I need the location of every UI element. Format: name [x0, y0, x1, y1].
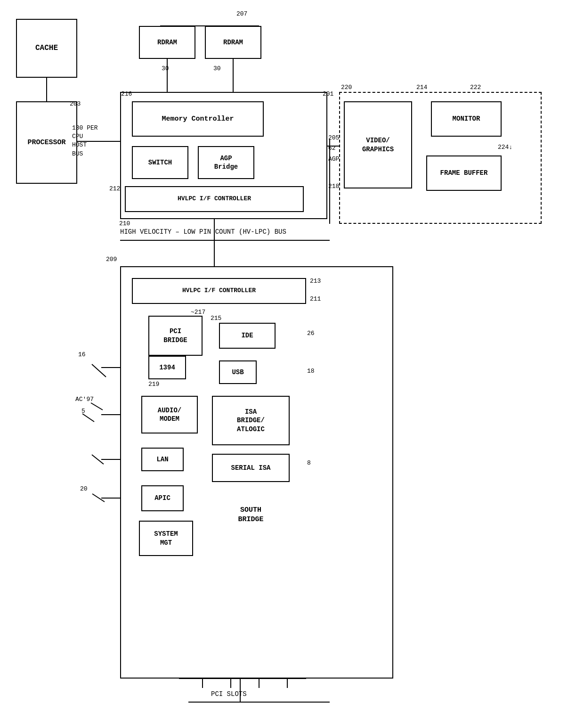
ref-213: 213 [310, 278, 321, 285]
diagram: CACHE RDRAM RDRAM PROCESSOR Memory Contr… [0, 0, 584, 728]
ref-218: 218 [328, 183, 339, 190]
switch-box: SWITCH [132, 146, 188, 179]
ref-220: 220 [341, 84, 352, 91]
hvlpc-north-label: HVLPC I/F CONTROLLER [178, 195, 251, 203]
ref-205: 205 [328, 134, 339, 141]
ref-5: 5 [81, 408, 85, 415]
ref-214: 214 [416, 84, 427, 91]
ref-215: 215 [211, 315, 221, 322]
ref-212: 212 [109, 185, 120, 192]
ref-209: 209 [106, 256, 117, 263]
sys-mgt-box: SYSTEM MGT [139, 521, 193, 556]
ref-18: 18 [307, 368, 315, 375]
rdram1-box: RDRAM [139, 26, 195, 59]
monitor-box: MONITOR [431, 101, 502, 137]
apic-label: APIC [154, 494, 170, 502]
svg-line-29 [92, 494, 105, 502]
south-bridge-label-box: SOUTH BRIDGE [212, 497, 290, 532]
ref-201: 201 [323, 90, 333, 98]
ref-30b: 30 [213, 65, 221, 72]
ref-130: 130 PER CPU HOST BUS [72, 124, 98, 158]
svg-line-26 [92, 455, 104, 464]
isa-bridge-label: ISA BRIDGE/ ATLOGIC [237, 408, 265, 434]
cache-box: CACHE [16, 19, 77, 78]
ide-label: IDE [241, 331, 253, 340]
ref-224: 224↓ [498, 144, 512, 151]
rdram2-box: RDRAM [205, 26, 261, 59]
isa-bridge-box: ISA BRIDGE/ ATLOGIC [212, 396, 290, 445]
ref-217: ~217 [191, 309, 205, 316]
audio-modem-label: AUDIO/ MODEM [158, 406, 181, 423]
ref-211: 211 [310, 295, 321, 303]
processor-label: PROCESSOR [27, 138, 65, 147]
ref-62: 62 [328, 145, 336, 152]
ref-agp: AGP [328, 155, 339, 163]
ref-203: 203 [70, 100, 81, 107]
video-label: VIDEO/ GRAPHICS [362, 136, 394, 153]
ref-20: 20 [80, 485, 88, 492]
lan-box: LAN [141, 448, 184, 471]
memctrl-label: Memory Controller [162, 115, 234, 124]
ref-216: 216 [121, 90, 132, 98]
pci-slots-label: PCI SLOTS [211, 690, 247, 698]
sys-mgt-label: SYSTEM MGT [154, 530, 178, 547]
chip1394-box: 1394 [148, 356, 186, 379]
lan-label: LAN [156, 455, 168, 464]
framebuffer-box: FRAME BUFFER [426, 155, 502, 191]
memctrl-box: Memory Controller [132, 101, 264, 137]
agpbridge-box: AGP Bridge [198, 146, 254, 179]
ref-26: 26 [307, 330, 315, 337]
usb-label: USB [232, 368, 243, 376]
chip1394-label: 1394 [159, 363, 175, 372]
hvlpc-north-box: HVLPC I/F CONTROLLER [125, 186, 304, 212]
usb-box: USB [219, 360, 257, 384]
framebuffer-label: FRAME BUFFER [440, 169, 488, 177]
ref-8: 8 [307, 459, 311, 466]
hvlpc-south-box: HVLPC I/F CONTROLLER [132, 278, 306, 304]
video-box: VIDEO/ GRAPHICS [344, 101, 412, 188]
svg-line-23 [91, 403, 103, 410]
serial-isa-box: SERIAL ISA [212, 454, 290, 482]
serial-isa-label: SERIAL ISA [231, 464, 270, 472]
bus-label: HIGH VELOCITY – LOW PIN COUNT (HV-LPC) B… [120, 228, 286, 236]
svg-line-16 [92, 364, 106, 377]
rdram1-label: RDRAM [157, 38, 177, 47]
hvlpc-south-label: HVLPC I/F CONTROLLER [182, 287, 256, 295]
ref-207: 207 [236, 10, 247, 17]
south-bridge-label: SOUTH BRIDGE [238, 506, 263, 524]
cache-label: CACHE [35, 43, 58, 53]
ref-30a: 30 [162, 65, 169, 72]
agpbridge-label: AGP Bridge [214, 154, 238, 171]
pci-bridge-label: PCI BRIDGE [163, 327, 187, 344]
ref-222: 222 [470, 84, 481, 91]
ref-219: 219 [148, 381, 159, 388]
rdram2-label: RDRAM [223, 38, 243, 47]
ref-16: 16 [78, 351, 86, 358]
audio-modem-box: AUDIO/ MODEM [141, 396, 198, 434]
svg-line-24 [82, 414, 94, 422]
monitor-label: MONITOR [453, 115, 480, 123]
processor-box: PROCESSOR [16, 101, 77, 184]
ref-ac97: AC'97 [75, 396, 94, 403]
apic-box: APIC [141, 485, 184, 511]
pci-bridge-box: PCI BRIDGE [148, 316, 203, 356]
switch-label: SWITCH [148, 158, 172, 167]
ide-box: IDE [219, 323, 276, 349]
ref-210: 210 [119, 220, 130, 227]
